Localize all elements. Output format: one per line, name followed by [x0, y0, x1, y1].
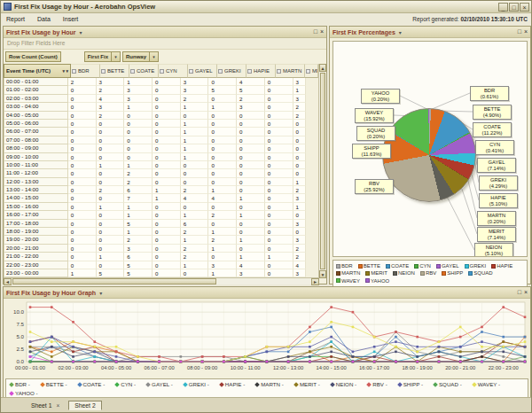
row-label[interactable]: 09:00 - 10:00	[4, 153, 68, 161]
row-field-dropdown-icon[interactable]: ▾ ▾	[63, 68, 68, 74]
row-label[interactable]: 11:00 - 12:00	[4, 169, 68, 177]
restore-icon[interactable]: □	[314, 28, 317, 35]
column-header-martn[interactable]: MARTN	[276, 64, 305, 78]
chevron-down-icon[interactable]: ▾	[399, 29, 402, 35]
maximize-button[interactable]: □	[509, 3, 519, 12]
graph-panel-header[interactable]: First Fix Usage by Hour Graph ▾ □ ×	[4, 287, 530, 299]
table-cell: 0	[97, 211, 125, 219]
close-icon[interactable]: ×	[320, 28, 324, 35]
tab-sheet-2[interactable]: Sheet 2	[68, 401, 101, 410]
scroll-right-icon[interactable]: ►	[311, 278, 319, 285]
table-cell: 0	[153, 228, 181, 236]
row-label[interactable]: 00:00 - 01:00	[4, 78, 68, 86]
runway-field-button[interactable]: Runway	[122, 51, 150, 62]
row-label[interactable]: 16:00 - 17:00	[4, 211, 68, 219]
row-label[interactable]: 19:00 - 20:00	[4, 236, 68, 244]
row-label[interactable]: 14:00 - 15:00	[4, 194, 68, 202]
table-cell: 0	[68, 161, 97, 169]
measure-field-button[interactable]: Row Count (Count)	[5, 51, 61, 62]
row-label[interactable]: 07:00 - 08:00	[4, 136, 68, 144]
row-label[interactable]: 15:00 - 16:00	[4, 203, 68, 211]
close-icon[interactable]: ×	[524, 28, 528, 35]
pivot-column-header-row: Event Time (UTC) ▾ ▾ BDRBETTECOATECYNGAY…	[4, 64, 326, 78]
menu-insert[interactable]: Insert	[61, 15, 81, 23]
restore-icon[interactable]: □	[518, 28, 521, 35]
close-button[interactable]: ×	[520, 3, 529, 12]
legend-marker-icon	[145, 382, 151, 387]
scroll-down-icon[interactable]: ▼	[319, 270, 326, 278]
table-cell: 5	[124, 269, 153, 277]
tab-sheet-1[interactable]: Sheet 1 ×	[26, 401, 65, 409]
legend-marker-icon	[472, 382, 477, 387]
table-cell: 1	[293, 178, 307, 186]
table-cell: 3	[293, 95, 307, 103]
table-cell: 1	[97, 203, 125, 211]
row-label[interactable]: 21:00 - 22:00	[4, 253, 68, 261]
row-label[interactable]: 05:00 - 06:00	[4, 120, 68, 128]
restore-icon[interactable]: □	[518, 289, 521, 296]
table-cell: 0	[68, 236, 97, 244]
column-header-bdr[interactable]: BDR	[71, 64, 100, 78]
table-cell: 0	[265, 103, 293, 111]
minimize-button[interactable]: _	[498, 3, 508, 12]
row-label[interactable]: 02:00 - 03:00	[4, 95, 68, 103]
row-label[interactable]: 10:00 - 11:00	[4, 161, 68, 169]
chevron-down-icon[interactable]: ▾	[99, 290, 102, 296]
column-header-greki[interactable]: GREKI	[217, 64, 246, 78]
column-header-bette[interactable]: BETTE	[100, 64, 129, 78]
row-label[interactable]: 23:00 - 00:00	[4, 269, 68, 277]
column-header-gayel[interactable]: GAYEL	[188, 64, 217, 78]
column-header-coate[interactable]: COATE	[129, 64, 159, 78]
row-label[interactable]: 04:00 - 05:00	[4, 112, 68, 120]
legend-marker-icon	[293, 382, 299, 387]
table-row: 07:00 - 08:00000010000	[4, 136, 306, 144]
horizontal-scrollbar[interactable]: ◄ ►	[4, 277, 319, 284]
table-cell: 0	[68, 253, 97, 261]
row-label[interactable]: 12:00 - 13:00	[4, 178, 68, 186]
row-label[interactable]: 03:00 - 04:00	[4, 103, 68, 111]
row-label[interactable]: 18:00 - 19:00	[4, 228, 68, 236]
tab-close-icon[interactable]: ×	[56, 402, 59, 409]
pie-legend-item-wavey: WAVEY	[336, 278, 360, 284]
first-fix-dropdown-icon[interactable]: ▾	[112, 51, 121, 62]
pie-panel-header[interactable]: First Fix Percentages ▾ □ ×	[330, 27, 530, 38]
menu-report[interactable]: Report	[4, 15, 27, 23]
vertical-scrollbar[interactable]: ▲ ▼	[318, 64, 326, 278]
row-label[interactable]: 20:00 - 21:00	[4, 245, 68, 253]
table-cell: 1	[153, 194, 181, 202]
row-field-button[interactable]: Event Time (UTC) ▾ ▾	[4, 64, 71, 78]
scroll-up-icon[interactable]: ▲	[319, 64, 326, 72]
table-cell: 1	[293, 86, 307, 94]
pie-legend-item-gayel: GAYEL	[436, 263, 459, 269]
table-cell: 2	[124, 236, 153, 244]
column-header-mer[interactable]: MER	[305, 64, 318, 78]
row-label[interactable]: 17:00 - 18:00	[4, 220, 68, 228]
scroll-left-icon[interactable]: ◄	[4, 278, 12, 285]
row-label[interactable]: 06:00 - 07:00	[4, 128, 68, 136]
first-fix-field-button[interactable]: First Fix	[84, 51, 112, 62]
horizontal-scroll-thumb[interactable]	[12, 278, 216, 284]
column-header-cyn[interactable]: CYN	[159, 64, 188, 78]
table-cell: 0	[265, 178, 293, 186]
pivot-panel-header[interactable]: First Fix Usage by Hour ▾ □ ×	[4, 27, 326, 38]
table-row: 01:00 - 02:00023035501	[4, 86, 306, 94]
vertical-scroll-thumb[interactable]	[320, 73, 325, 269]
column-header-hapie[interactable]: HAPIE	[246, 64, 276, 78]
row-label[interactable]: 13:00 - 14:00	[4, 186, 68, 194]
table-cell: 0	[124, 112, 153, 120]
legend-marker-icon	[77, 382, 82, 387]
chevron-down-icon[interactable]: ▾	[80, 29, 82, 35]
row-label[interactable]: 22:00 - 23:00	[4, 261, 68, 269]
drop-filter-area[interactable]: Drop Filter Fields Here	[4, 38, 326, 50]
table-cell: 1	[124, 211, 153, 219]
menu-data[interactable]: Data	[35, 15, 52, 23]
pie-callout-shipp: SHIPP(11.63%)	[352, 144, 391, 159]
table-cell: 1	[265, 253, 293, 261]
row-label[interactable]: 08:00 - 09:00	[4, 144, 68, 152]
close-icon[interactable]: ×	[524, 289, 528, 296]
row-label[interactable]: 01:00 - 02:00	[4, 86, 68, 94]
table-cell: 4	[293, 261, 307, 269]
runway-dropdown-icon[interactable]: ▾	[150, 51, 159, 62]
pie-legend-item-squad: SQUAD	[468, 270, 492, 276]
table-cell: 0	[97, 169, 125, 177]
